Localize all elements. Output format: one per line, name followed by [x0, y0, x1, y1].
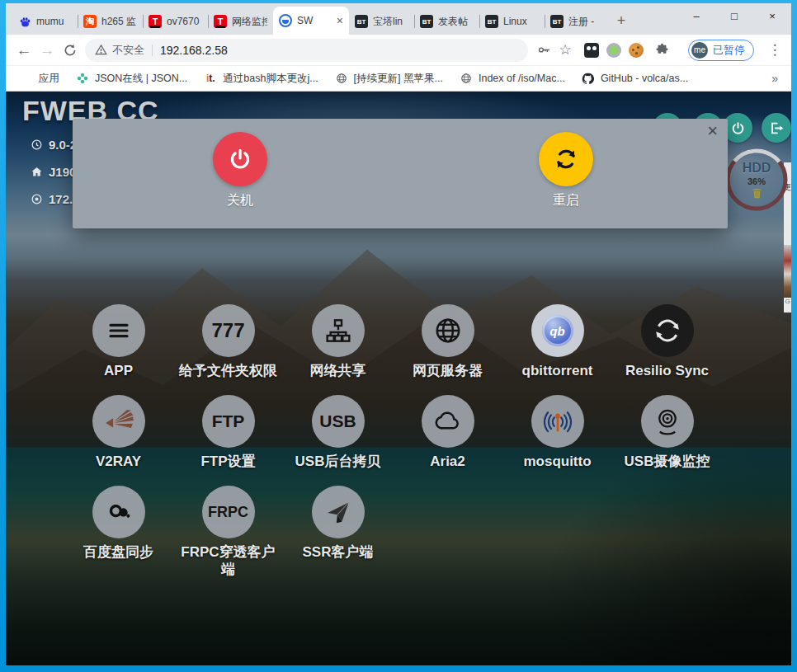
version-info: 9.0-2	[31, 138, 77, 152]
address-bar[interactable]: 不安全 192.168.2.58	[85, 39, 528, 62]
back-button[interactable]: ←	[12, 39, 35, 62]
tab-register[interactable]: BT 注册 -	[545, 8, 610, 35]
sw-logo-icon	[279, 14, 292, 27]
mqtt-signal-icon	[543, 409, 573, 434]
bookmarks-overflow-button[interactable]: »	[768, 72, 781, 85]
forward-button[interactable]: →	[35, 39, 59, 62]
hdd-percent: 36%	[747, 176, 766, 186]
restart-button[interactable]	[539, 132, 593, 186]
app-tile-app[interactable]: APP	[64, 304, 173, 395]
app-tile-qbittorrent[interactable]: qb qbittorrent	[502, 304, 612, 395]
app-tile-chmod777[interactable]: 777 给予文件夹权限	[173, 304, 283, 395]
shutdown-button[interactable]	[213, 132, 267, 186]
target-icon	[31, 193, 43, 205]
tab-mumu[interactable]: mumu	[12, 8, 78, 35]
app-label: FRPC穿透客户端	[178, 543, 278, 579]
restart-label: 重启	[512, 192, 620, 209]
app-circle: FRPC	[202, 486, 255, 538]
extensions-group: me 已暂停 ⋮	[584, 40, 785, 61]
logout-button[interactable]	[762, 113, 791, 143]
tab-sw-active[interactable]: SW ×	[273, 7, 349, 35]
app-tile-network-share[interactable]: 网络共享	[283, 304, 393, 395]
ftp-text-icon: FTP	[212, 411, 245, 431]
reload-button[interactable]	[59, 39, 82, 62]
app-circle	[422, 304, 474, 357]
bookmark-github[interactable]: GitHub - volca/as...	[575, 69, 695, 87]
profile-avatar: me	[691, 42, 708, 59]
app-tile-aria2[interactable]: Aria2	[393, 395, 502, 486]
cookie-extension-icon[interactable]	[629, 43, 644, 58]
app-label: SSR客户端	[303, 543, 374, 561]
github-icon	[582, 72, 595, 85]
baidu-pan-icon	[106, 499, 132, 525]
usb-text-icon: USB	[319, 411, 356, 431]
webcam-icon	[653, 407, 681, 435]
password-key-icon[interactable]	[533, 40, 554, 61]
tab-network-monitor[interactable]: T 网络监控	[208, 8, 273, 35]
tab-h265[interactable]: 淘 h265 监	[78, 8, 143, 35]
app-tile-usb-camera[interactable]: USB摄像监控	[612, 395, 722, 486]
app-circle	[531, 395, 584, 448]
app-tile-usb-copy[interactable]: USB USB后台拷贝	[283, 395, 393, 486]
bookmark-json-online[interactable]: JSON在线 | JSON...	[69, 69, 194, 88]
tab-label: 网络监控	[232, 15, 267, 29]
trash-icon[interactable]	[751, 187, 763, 200]
bookmark-hackintosh[interactable]: [持续更新] 黑苹果...	[328, 69, 450, 88]
profile-chip[interactable]: me 已暂停	[688, 40, 754, 61]
tab-baota[interactable]: BT 宝塔lin	[349, 8, 414, 35]
it-site-icon: it.	[204, 72, 217, 85]
app-tile-resilio-sync[interactable]: Resilio Sync	[612, 304, 722, 395]
clock-icon	[31, 139, 43, 151]
new-tab-button[interactable]: +	[610, 9, 633, 32]
logout-icon	[769, 120, 785, 136]
bookmark-apps[interactable]: 应用	[16, 69, 66, 88]
app-label: APP	[104, 362, 133, 379]
puzzle-extensions-icon[interactable]	[651, 40, 672, 61]
bookmark-iso-index[interactable]: Index of /iso/Mac...	[453, 69, 572, 87]
app-circle	[92, 395, 145, 448]
app-tile-v2ray[interactable]: V2RAY	[64, 395, 173, 486]
app-label: 给予文件夹权限	[179, 362, 277, 379]
green-dot-extension-icon[interactable]	[606, 43, 621, 58]
app-tile-mosquitto[interactable]: mosquitto	[502, 395, 612, 486]
window-close-button[interactable]: ×	[753, 3, 791, 28]
tab-close-icon[interactable]: ×	[337, 14, 343, 27]
t-site-icon: T	[214, 15, 227, 28]
bookmark-star-icon[interactable]: ☆	[554, 40, 576, 61]
app-tile-ssr[interactable]: SSR客户端	[283, 486, 393, 576]
app-tile-web-server[interactable]: 网页服务器	[393, 304, 502, 395]
bookmark-label: JSON在线 | JSON...	[95, 72, 187, 86]
tab-label: 注册 -	[568, 15, 604, 29]
panda-extension-icon[interactable]	[584, 43, 599, 58]
bookmark-bash-script[interactable]: it. 通过bash脚本更改j...	[197, 69, 324, 88]
not-secure-warning-icon	[95, 44, 107, 56]
window-minimize-button[interactable]: –	[677, 3, 715, 28]
shutdown-label: 关机	[186, 192, 295, 209]
app-label: 网页服务器	[413, 362, 483, 379]
app-label: qbittorrent	[522, 362, 593, 379]
refresh-icon	[554, 147, 578, 172]
tab-post[interactable]: BT 发表帖	[414, 8, 479, 35]
cloud-icon	[433, 408, 463, 435]
dialog-close-icon[interactable]: ×	[707, 120, 718, 142]
json-flower-icon	[76, 72, 89, 85]
browser-toolbar: ← → 不安全 192.168.2.58 ☆ me 已暂停 ⋮	[6, 35, 791, 66]
app-circle: USB	[312, 395, 365, 448]
tab-ov7670[interactable]: T ov7670	[143, 8, 208, 35]
edge-text-2: G	[784, 298, 791, 313]
bt-icon: BT	[355, 15, 368, 28]
hdd-usage-gauge: HDD 36%	[724, 148, 789, 212]
chrome-menu-button[interactable]: ⋮	[765, 41, 785, 59]
app-tile-frpc[interactable]: FRPC FRPC穿透客户端	[173, 486, 283, 576]
app-tile-ftp[interactable]: FTP FTP设置	[173, 395, 283, 486]
taobao-icon: 淘	[83, 15, 97, 28]
home-icon	[31, 166, 43, 178]
window-frame: mumu 淘 h265 监 T ov7670 T 网络监控 SW × BT 宝塔…	[0, 0, 797, 672]
nas-dashboard-page: FWEB CC 9.0-2 J1900 172.17	[6, 92, 791, 665]
tab-label: 宝塔lin	[373, 15, 408, 29]
tab-linux[interactable]: BT Linux	[479, 8, 545, 35]
power-dialog: × 关机 重启	[73, 119, 728, 228]
app-label: USB摄像监控	[625, 453, 710, 470]
window-maximize-button[interactable]: □	[715, 3, 753, 28]
app-tile-baidu-sync[interactable]: 百度盘同步	[64, 486, 173, 576]
